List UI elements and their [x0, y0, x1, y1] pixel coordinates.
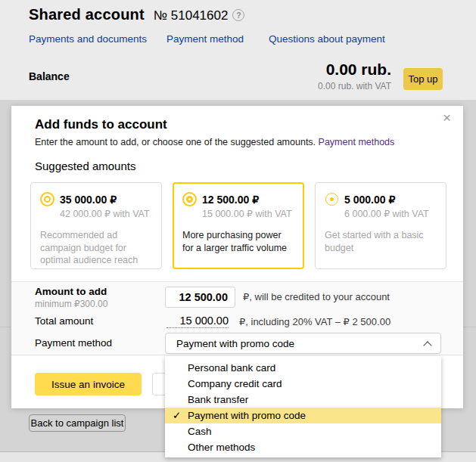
suggested-card-5000[interactable]: 5 000.00 ₽ 6 000.00 ₽ with VAT Get start… [315, 182, 446, 269]
card-description: Recommended ad campaign budget for optim… [40, 229, 152, 267]
coin-icon [182, 192, 197, 206]
total-note: ₽, including 20% VAT – ₽ 2 500.00 [239, 316, 390, 327]
page-title: Shared account№ 51041602? [29, 6, 244, 23]
card-description: More purchasing power for a larger traff… [182, 229, 294, 254]
nav-link-payments-and-documents[interactable]: Payments and documents [29, 33, 147, 45]
modal-subtitle: Enter the amount to add, or choose one o… [35, 137, 394, 147]
card-head: 12 500.00 ₽ [182, 192, 294, 206]
shared-account-title: Shared account [29, 6, 145, 23]
nav-link-questions-about-payment[interactable]: Questions about payment [269, 33, 385, 45]
option-bank-transfer[interactable]: Bank transfer [165, 392, 441, 408]
option-label: Payment with promo code [188, 410, 306, 421]
help-icon[interactable]: ? [232, 9, 244, 21]
card-amount: 12 500.00 ₽ [202, 194, 259, 206]
close-icon[interactable]: × [443, 110, 451, 125]
option-company-credit-card[interactable]: Company credit card [165, 376, 441, 392]
suggested-amount-cards: 35 000.00 ₽ 42 000.00 ₽ with VAT Recomme… [30, 182, 446, 269]
option-cash[interactable]: Cash [165, 423, 441, 439]
top-up-button[interactable]: Top up [403, 68, 443, 90]
payment-method-label: Payment method [35, 337, 112, 349]
option-other-methods[interactable]: Other methods [165, 439, 441, 455]
option-personal-bank-card[interactable]: Personal bank card [165, 360, 441, 376]
card-description: Get started with a basic budget [325, 229, 437, 254]
issue-invoice-button[interactable]: Issue an invoice [35, 373, 142, 395]
payment-method-value: Payment with promo code [176, 338, 294, 349]
coin-icon [40, 192, 54, 206]
back-to-campaign-list-button[interactable]: Back to campaign list [29, 414, 126, 432]
card-amount-with-vat: 15 000.00 ₽ with VAT [202, 208, 294, 219]
suggested-amounts-heading: Suggested amounts [35, 160, 135, 172]
option-payment-with-promo-code[interactable]: ✓ Payment with promo code [165, 408, 441, 423]
account-number: № 51041602 [154, 8, 229, 23]
modal-subtitle-text: Enter the amount to add, or choose one o… [35, 137, 316, 147]
payment-method-select[interactable]: Payment with promo code [165, 333, 441, 354]
card-amount: 5 000.00 ₽ [344, 194, 395, 206]
amount-input[interactable] [165, 287, 235, 308]
total-amount-label: Total amount [35, 315, 93, 327]
chevron-up-icon [423, 341, 431, 349]
payment-methods-link[interactable]: Payment methods [319, 137, 395, 147]
card-amount-with-vat: 42 000.00 ₽ with VAT [60, 208, 152, 219]
amount-note: ₽, will be credited to your account [243, 291, 390, 302]
minimum-amount-label: minimum ₽300.00 [35, 299, 107, 309]
total-amount-value[interactable]: 15 000.00 [166, 315, 229, 328]
balance-amounts: 0.00 rub. 0.00 rub. with VAT [318, 60, 391, 91]
balance-with-vat: 0.00 rub. with VAT [318, 81, 391, 91]
balance-label: Balance [29, 70, 70, 82]
card-amount-with-vat: 6 000.00 ₽ with VAT [344, 208, 437, 219]
payment-method-dropdown: Personal bank card Company credit card B… [165, 356, 441, 457]
nav-link-payment-method[interactable]: Payment method [166, 33, 244, 45]
suggested-card-12500-selected[interactable]: 12 500.00 ₽ 15 000.00 ₽ with VAT More pu… [173, 182, 304, 269]
coin-icon [325, 193, 338, 206]
amount-to-add-label: Amount to add [35, 286, 107, 297]
check-icon: ✓ [173, 408, 181, 423]
card-head: 5 000.00 ₽ [325, 192, 437, 206]
modal-title: Add funds to account [35, 117, 167, 132]
suggested-card-35000[interactable]: 35 000.00 ₽ 42 000.00 ₽ with VAT Recomme… [30, 182, 162, 269]
balance-amount: 0.00 rub. [318, 60, 391, 79]
card-head: 35 000.00 ₽ [40, 192, 152, 206]
card-amount: 35 000.00 ₽ [60, 194, 117, 206]
